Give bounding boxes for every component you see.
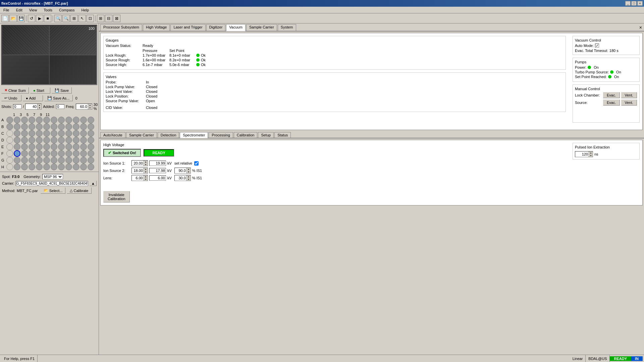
cell-G15[interactable] bbox=[58, 157, 65, 164]
cell-A7[interactable] bbox=[29, 117, 35, 123]
cell-B19[interactable] bbox=[73, 123, 79, 130]
cell-B21[interactable] bbox=[80, 123, 87, 130]
toolbar-cursor[interactable]: ↖ bbox=[78, 15, 86, 22]
cell-H23[interactable] bbox=[88, 164, 94, 170]
hv-down-1[interactable]: ▼ bbox=[144, 171, 148, 173]
cell-E15[interactable] bbox=[58, 143, 65, 150]
pie-up[interactable]: ▲ bbox=[589, 152, 593, 154]
calibrate-btn[interactable]: △ Calibrate bbox=[67, 187, 91, 194]
cell-A23[interactable] bbox=[88, 117, 94, 123]
cell-D7[interactable] bbox=[29, 137, 35, 143]
toolbar-save[interactable]: 💾 bbox=[17, 15, 25, 22]
tab-samplecarrier[interactable]: Sample Carrier bbox=[126, 132, 157, 138]
undo-btn[interactable]: ↩ Undo bbox=[1, 95, 21, 101]
toolbar-zoom-out[interactable]: 🔍 bbox=[62, 15, 70, 22]
toolbar-fit[interactable]: ⊞ bbox=[70, 15, 78, 22]
cell-A3[interactable] bbox=[14, 117, 20, 123]
cell-C23[interactable] bbox=[88, 130, 94, 137]
tab-laser[interactable]: Laser and Trigger bbox=[170, 24, 205, 31]
tab-detection[interactable]: Detection bbox=[158, 132, 179, 138]
shots-down[interactable]: ▼ bbox=[37, 107, 41, 109]
cell-C15[interactable] bbox=[58, 130, 65, 137]
cell-F13[interactable] bbox=[51, 150, 57, 157]
cell-E1[interactable] bbox=[6, 143, 13, 150]
tab-setup[interactable]: Setup bbox=[258, 132, 274, 138]
switched-on-btn[interactable]: ✔ Switched On! bbox=[103, 149, 141, 157]
tab-vacuum[interactable]: Vacuum bbox=[226, 24, 246, 31]
menu-tools[interactable]: Tools bbox=[42, 7, 54, 13]
added-value[interactable] bbox=[56, 104, 64, 109]
cell-F11[interactable] bbox=[43, 150, 50, 157]
cell-E7[interactable] bbox=[29, 143, 35, 150]
cell-E23[interactable] bbox=[88, 143, 94, 150]
toolbar-grid[interactable]: ⊞ bbox=[97, 15, 104, 22]
hv-extra-down-1[interactable]: ▼ bbox=[186, 171, 191, 173]
cell-B1[interactable] bbox=[6, 123, 13, 130]
tab-processing[interactable]: Processing bbox=[209, 132, 233, 138]
toolbar-grid3[interactable]: ⊠ bbox=[113, 15, 120, 22]
hv-up-2[interactable]: ▲ bbox=[144, 175, 148, 178]
cell-E13[interactable] bbox=[51, 143, 57, 150]
tab-processor[interactable]: Processor Subsystem bbox=[100, 24, 142, 31]
freq-up[interactable]: ▲ bbox=[88, 104, 92, 107]
cell-H17[interactable] bbox=[65, 164, 72, 170]
cell-A19[interactable] bbox=[73, 117, 79, 123]
cell-G3[interactable] bbox=[14, 157, 20, 164]
cell-F23[interactable] bbox=[88, 150, 94, 157]
cell-B11[interactable] bbox=[43, 123, 50, 130]
cell-D19[interactable] bbox=[73, 137, 79, 143]
hv-up-0[interactable]: ▲ bbox=[144, 161, 148, 163]
cell-F1[interactable] bbox=[6, 150, 13, 157]
tab-autoxecute[interactable]: AutoXecute bbox=[100, 132, 125, 138]
cell-D13[interactable] bbox=[51, 137, 57, 143]
cell-E21[interactable] bbox=[80, 143, 87, 150]
cell-C11[interactable] bbox=[43, 130, 50, 137]
cell-B5[interactable] bbox=[21, 123, 28, 130]
toolbar-grid2[interactable]: ⊟ bbox=[105, 15, 112, 22]
cell-F5[interactable] bbox=[21, 150, 28, 157]
cell-H7[interactable] bbox=[29, 164, 35, 170]
cell-E17[interactable] bbox=[65, 143, 72, 150]
add-btn[interactable]: ● Add bbox=[23, 95, 43, 101]
cell-E11[interactable] bbox=[43, 143, 50, 150]
cell-C1[interactable] bbox=[6, 130, 13, 137]
tab-system[interactable]: System bbox=[278, 24, 296, 31]
tab-digitizer[interactable]: Digitizer bbox=[206, 24, 226, 31]
auto-mode-checkbox[interactable]: ✓ bbox=[595, 44, 599, 48]
cell-D17[interactable] bbox=[65, 137, 72, 143]
tab-spectrometer[interactable]: Spectrometer bbox=[180, 132, 208, 138]
cell-C7[interactable] bbox=[29, 130, 35, 137]
select-btn[interactable]: 📂 Select... bbox=[41, 187, 66, 194]
cell-G5[interactable] bbox=[21, 157, 28, 164]
lock-evac-btn[interactable]: Evac. bbox=[603, 92, 620, 98]
pie-down[interactable]: ▼ bbox=[589, 154, 593, 157]
cell-H21[interactable] bbox=[80, 164, 87, 170]
hv-down-0[interactable]: ▼ bbox=[144, 163, 148, 166]
cell-C13[interactable] bbox=[51, 130, 57, 137]
toolbar-zoom-in[interactable]: 🔍 bbox=[54, 15, 62, 22]
cell-H11[interactable] bbox=[43, 164, 50, 170]
maximize-btn[interactable]: □ bbox=[631, 1, 637, 6]
hv-extra-down-2[interactable]: ▼ bbox=[186, 178, 191, 181]
hv-down-2[interactable]: ▼ bbox=[144, 178, 148, 181]
cell-H19[interactable] bbox=[73, 164, 79, 170]
close-btn[interactable]: × bbox=[637, 1, 643, 6]
hv-up-1[interactable]: ▲ bbox=[144, 168, 148, 171]
cell-G9[interactable] bbox=[36, 157, 43, 164]
cell-C19[interactable] bbox=[73, 130, 79, 137]
shots-current[interactable] bbox=[13, 104, 21, 109]
cell-F15[interactable] bbox=[58, 150, 65, 157]
cell-A15[interactable] bbox=[58, 117, 65, 123]
source-evac-btn[interactable]: Evac. bbox=[603, 100, 620, 106]
cell-B3[interactable] bbox=[14, 123, 20, 130]
cell-H15[interactable] bbox=[58, 164, 65, 170]
cell-A9[interactable] bbox=[36, 117, 43, 123]
toolbar-run[interactable]: ▶ bbox=[36, 15, 43, 22]
freq-down[interactable]: ▼ bbox=[88, 107, 92, 109]
panel-close-icon[interactable]: × bbox=[639, 24, 643, 31]
cell-D23[interactable] bbox=[88, 137, 94, 143]
cell-A5[interactable] bbox=[21, 117, 28, 123]
cell-B15[interactable] bbox=[58, 123, 65, 130]
shots-up[interactable]: ▲ bbox=[37, 104, 41, 107]
cell-G11[interactable] bbox=[43, 157, 50, 164]
